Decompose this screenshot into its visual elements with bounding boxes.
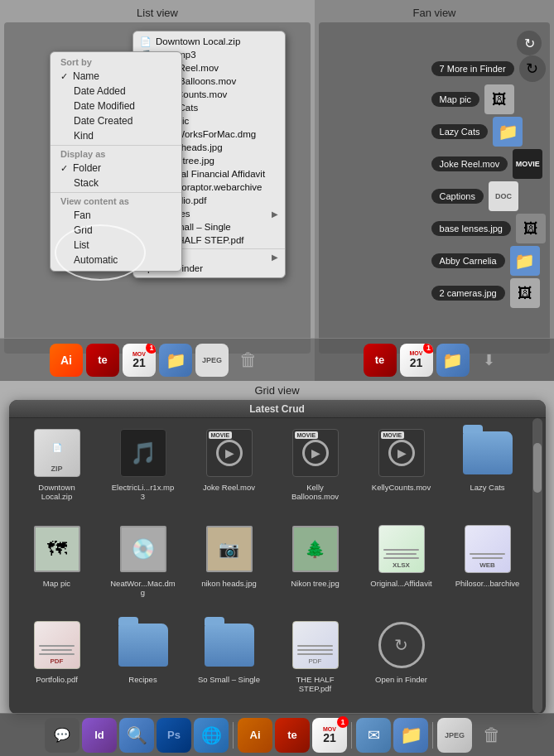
- dock-chat-icon[interactable]: 💬: [45, 718, 79, 753]
- sort-by-label: Sort by: [51, 55, 181, 69]
- sort-date-modified[interactable]: Date Modified: [51, 99, 181, 113]
- grid-file-joke-mov[interactable]: MOVIE ▶ Joke Reel.mov: [188, 425, 271, 516]
- fan-item-captions[interactable]: Captions DOC: [431, 181, 546, 211]
- grid-icon-halfstep: PDF: [287, 617, 344, 673]
- grid-file-dmg[interactable]: 💿 NeatWor...Mac.dmg: [102, 521, 185, 612]
- grid-file-mp3[interactable]: 🎵 ElectricLi...r1x.mp3: [102, 425, 185, 516]
- view-list[interactable]: List: [51, 238, 181, 253]
- dock-globe-icon[interactable]: 🌐: [194, 718, 229, 753]
- grid-label-nikon-tree: Nikon tree.jpg: [291, 579, 340, 588]
- movie-file-icon: MOVIE ▶: [206, 429, 253, 477]
- view-fan[interactable]: Fan: [51, 208, 181, 223]
- fan-thumb-more: ↻: [519, 55, 546, 82]
- dock-mail-icon[interactable]: ✉: [356, 718, 391, 753]
- fan-item-2cameras[interactable]: 2 cameras.jpg 🖼: [431, 278, 546, 308]
- zip-file-icon: 📄: [34, 429, 80, 477]
- fan-view-label: Fan view: [315, 0, 554, 22]
- file-item[interactable]: 📄 Downtown Local.zip: [133, 35, 285, 48]
- grid-file-lazy-cats[interactable]: Lazy Cats: [446, 425, 529, 516]
- view-content-label: View content as: [51, 195, 181, 208]
- grid-label-so-small: So Small – Single: [198, 675, 260, 684]
- view-automatic[interactable]: Automatic: [51, 253, 181, 267]
- list-view-desktop: 📄 Downtown Local.zip 🎵 ELO.mp3 🎬 Joke Re…: [4, 22, 311, 354]
- fan-refresh-button[interactable]: ↻: [517, 31, 542, 55]
- grid-label-kellycounts: KellyCounts.mov: [372, 483, 431, 492]
- dock-jpeg-icon[interactable]: JPEG: [437, 718, 472, 753]
- grid-file-kelly-mov[interactable]: MOVIE ▶ Kelly Balloons.mov: [274, 425, 357, 516]
- fan-dock-folder[interactable]: 📁: [436, 344, 470, 377]
- grid-file-zip[interactable]: 📄 Downtown Local.zip: [16, 425, 99, 516]
- sort-kind[interactable]: Kind: [51, 128, 181, 143]
- grid-file-open-finder[interactable]: ↻ Open in Finder: [360, 617, 443, 708]
- grid-label-webarchive: Philosor...barchive: [455, 579, 520, 588]
- display-stack[interactable]: Stack: [51, 176, 181, 190]
- fan-label-more: 7 More in Finder: [431, 61, 514, 76]
- display-folder[interactable]: Folder: [51, 161, 181, 176]
- dock-separator: [233, 722, 234, 749]
- fan-item-base-lenses[interactable]: base lenses.jpg 🖼: [431, 214, 546, 243]
- image-nikon-tree-icon: 🌲: [292, 526, 339, 572]
- sort-date-created[interactable]: Date Created: [51, 113, 181, 128]
- fan-item-map[interactable]: Map pic 🖼: [431, 84, 546, 114]
- grid-file-so-small[interactable]: So Small – Single: [188, 617, 271, 708]
- dock-ps-icon[interactable]: Ps: [157, 718, 191, 753]
- movie-kelly-icon: MOVIE ▶: [292, 429, 339, 477]
- grid-icon-recipes: [115, 617, 171, 673]
- dock-icon-cal[interactable]: MOV 21 1: [123, 344, 156, 377]
- grid-view-label: Grid view: [254, 384, 299, 397]
- image-map-icon: 🗺: [34, 526, 80, 572]
- dock-icon-folder[interactable]: 📁: [159, 344, 192, 377]
- dock-id-icon[interactable]: Id: [82, 718, 117, 753]
- grid-scrollbar[interactable]: [532, 418, 542, 713]
- grid-file-nikon-heads[interactable]: 📷 nikon heads.jpg: [188, 521, 271, 612]
- image-dmg-icon: 💿: [120, 526, 166, 572]
- folder-recipes-icon: [118, 624, 168, 667]
- fan-thumb-map: 🖼: [484, 84, 514, 114]
- dock-te-icon[interactable]: te: [275, 718, 310, 753]
- dock-icon-trash[interactable]: 🗑: [232, 344, 265, 377]
- grid-file-portfolio[interactable]: PDF Portfolio.pdf: [16, 617, 99, 708]
- grid-icon-portfolio: PDF: [29, 617, 85, 673]
- dock-finder-icon[interactable]: 🔍: [119, 718, 154, 753]
- dock-icon-te[interactable]: te: [86, 344, 119, 377]
- dock-icon-jpeg[interactable]: JPEG: [195, 344, 229, 377]
- grid-file-map-pic[interactable]: 🗺 Map pic: [16, 521, 99, 612]
- grid-label-joke-mov: Joke Reel.mov: [203, 483, 255, 492]
- scrollbar-thumb[interactable]: [533, 443, 542, 493]
- grid-label-affidavit: Original...Affidavit: [370, 579, 431, 588]
- context-menu: Sort by Name Date Added Date Modified Da…: [50, 51, 182, 272]
- grid-file-kellycounts[interactable]: MOVIE ▶ KellyCounts.mov: [360, 425, 443, 516]
- fan-dock-cal[interactable]: MOV 21 1: [400, 344, 433, 377]
- grid-file-nikon-tree[interactable]: 🌲 Nikon tree.jpg: [274, 521, 357, 612]
- grid-file-recipes[interactable]: Recipes: [102, 617, 185, 708]
- grid-icon-lazy-cats: [460, 425, 516, 481]
- dock-icon-ai[interactable]: Ai: [50, 344, 83, 377]
- dock-folder-icon[interactable]: 📁: [393, 718, 428, 753]
- fan-item-lazy[interactable]: Lazy Cats 📁: [431, 117, 546, 147]
- grid-file-webarchive[interactable]: WEB Philosor...barchive: [446, 521, 529, 612]
- grid-file-affidavit[interactable]: XLSX Original...Affidavit: [360, 521, 443, 612]
- grid-file-halfstep[interactable]: PDF THE HALF STEP.pdf: [274, 617, 357, 708]
- fan-items-list: 7 More in Finder ↻ Map pic 🖼 Lazy Cats 📁…: [431, 55, 546, 308]
- fan-item-abby[interactable]: Abby Carnelia 📁: [431, 246, 546, 276]
- sort-name[interactable]: Name: [51, 69, 181, 84]
- grid-icon-mp3: 🎵: [115, 425, 171, 481]
- fan-dock-down[interactable]: ⬇: [473, 344, 506, 377]
- sort-date-added[interactable]: Date Added: [51, 84, 181, 99]
- mp3-file-icon: 🎵: [120, 429, 166, 477]
- open-finder-icon: ↻: [378, 622, 425, 668]
- grid-label-kelly-mov: Kelly Balloons.mov: [282, 483, 349, 502]
- grid-content: 📄 Downtown Local.zip 🎵 ElectricLi...r1x.…: [9, 418, 546, 715]
- grid-icon-open-finder: ↻: [373, 617, 430, 673]
- fan-dock-te[interactable]: te: [364, 344, 397, 377]
- list-view-label: List view: [0, 0, 315, 22]
- dock-cal-icon[interactable]: MOV 21 1: [312, 718, 347, 753]
- fan-item-joke[interactable]: Joke Reel.mov MOVIE: [431, 149, 546, 179]
- folder-sosmall-icon: [205, 624, 254, 667]
- grid-label-mp3: ElectricLi...r1x.mp3: [110, 483, 176, 502]
- dock-ai-icon[interactable]: Ai: [238, 718, 272, 753]
- grid-icon-so-small: [201, 617, 258, 673]
- fan-item-more[interactable]: 7 More in Finder ↻: [431, 55, 546, 82]
- dock-trash-icon[interactable]: 🗑: [475, 718, 509, 753]
- view-grid[interactable]: Grid: [51, 223, 181, 238]
